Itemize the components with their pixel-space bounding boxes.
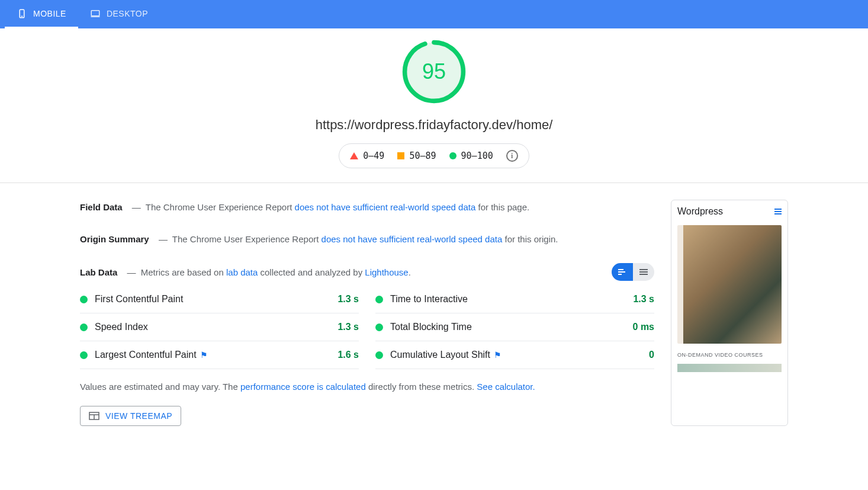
metric-lcp: Largest Contentful Paint ⚑ 1.6 s (80, 341, 359, 369)
metric-tti-value: 1.3 s (633, 294, 654, 305)
treemap-icon (89, 412, 99, 420)
legend-low: 0–49 (350, 150, 384, 161)
device-tabs: MOBILE DESKTOP (0, 0, 868, 28)
bookmark-icon: ⚑ (494, 350, 501, 360)
performance-score-link[interactable]: performance score is calculated (240, 382, 366, 392)
lab-data-link[interactable]: lab data (226, 267, 258, 277)
view-treemap-button[interactable]: VIEW TREEMAP (80, 406, 181, 426)
tab-desktop-label: DESKTOP (107, 9, 148, 18)
metric-lcp-value: 1.6 s (337, 350, 359, 360)
legend-mid: 50–89 (397, 150, 436, 161)
metrics-footnote: Values are estimated and may vary. The p… (80, 380, 654, 394)
preview-header: Wordpress (677, 206, 782, 217)
score-legend: 0–49 50–89 90–100 i (339, 143, 529, 168)
svg-rect-2 (91, 10, 99, 15)
status-dot-icon (80, 351, 88, 359)
status-dot-icon (375, 351, 383, 359)
metric-fcp: First Contentful Paint 1.3 s (80, 286, 359, 313)
preview-title: Wordpress (677, 206, 723, 217)
metric-cls: Cumulative Layout Shift ⚑ 0 (375, 341, 654, 369)
status-dot-icon (375, 296, 383, 303)
circle-icon (449, 152, 456, 159)
metric-si-value: 1.3 s (337, 322, 359, 332)
triangle-icon (350, 152, 358, 159)
preview-image (677, 225, 782, 344)
origin-summary-section: Origin Summary — The Chrome User Experie… (80, 232, 654, 247)
field-data-section: Field Data — The Chrome User Experience … (80, 200, 654, 215)
origin-summary-link[interactable]: does not have sufficient real-world spee… (322, 234, 503, 244)
metric-tbt-value: 0 ms (633, 322, 654, 332)
metric-cls-value: 0 (649, 350, 654, 360)
score-gauge: 95 (400, 38, 468, 105)
tested-url: https://wordpress.fridayfactory.dev/home… (0, 117, 868, 133)
main-column: Field Data — The Chrome User Experience … (80, 200, 654, 426)
score-value: 95 (422, 59, 446, 84)
lighthouse-link[interactable]: Lighthouse (365, 267, 408, 277)
view-treemap-label: VIEW TREEMAP (105, 411, 172, 421)
view-detailed-button[interactable] (633, 263, 654, 281)
legend-high: 90–100 (449, 150, 493, 161)
bookmark-icon: ⚑ (200, 350, 208, 360)
mobile-icon (17, 8, 27, 19)
field-data-title: Field Data (80, 202, 123, 212)
preview-image-2 (677, 364, 782, 372)
status-dot-icon (80, 324, 88, 331)
page-preview: Wordpress ON-DEMAND VIDEO COURSES (671, 200, 788, 426)
field-data-link[interactable]: does not have sufficient real-world spee… (295, 202, 476, 212)
metric-tbt: Total Blocking Time 0 ms (375, 313, 654, 341)
score-section: 95 https://wordpress.fridayfactory.dev/h… (0, 28, 868, 182)
menu-icon (774, 209, 782, 214)
info-icon[interactable]: i (506, 150, 518, 162)
preview-caption: ON-DEMAND VIDEO COURSES (677, 352, 782, 358)
divider (0, 182, 868, 183)
tab-mobile[interactable]: MOBILE (5, 0, 78, 28)
content: Field Data — The Chrome User Experience … (73, 200, 795, 426)
origin-summary-title: Origin Summary (80, 234, 149, 244)
metric-tti: Time to Interactive 1.3 s (375, 286, 654, 313)
status-dot-icon (80, 296, 88, 303)
tab-desktop[interactable]: DESKTOP (78, 0, 160, 28)
metric-fcp-value: 1.3 s (337, 294, 359, 305)
metric-si: Speed Index 1.3 s (80, 313, 359, 341)
lab-data-title: Lab Data (80, 267, 117, 277)
tab-mobile-label: MOBILE (33, 9, 66, 18)
metrics-grid: First Contentful Paint 1.3 s Time to Int… (80, 286, 654, 369)
lab-data-header: Lab Data — Metrics are based on lab data… (80, 263, 654, 281)
status-dot-icon (375, 324, 383, 331)
see-calculator-link[interactable]: See calculator. (477, 382, 535, 392)
metrics-view-toggle (612, 263, 654, 281)
square-icon (397, 152, 404, 159)
view-compact-button[interactable] (612, 263, 633, 281)
desktop-icon (90, 8, 101, 19)
